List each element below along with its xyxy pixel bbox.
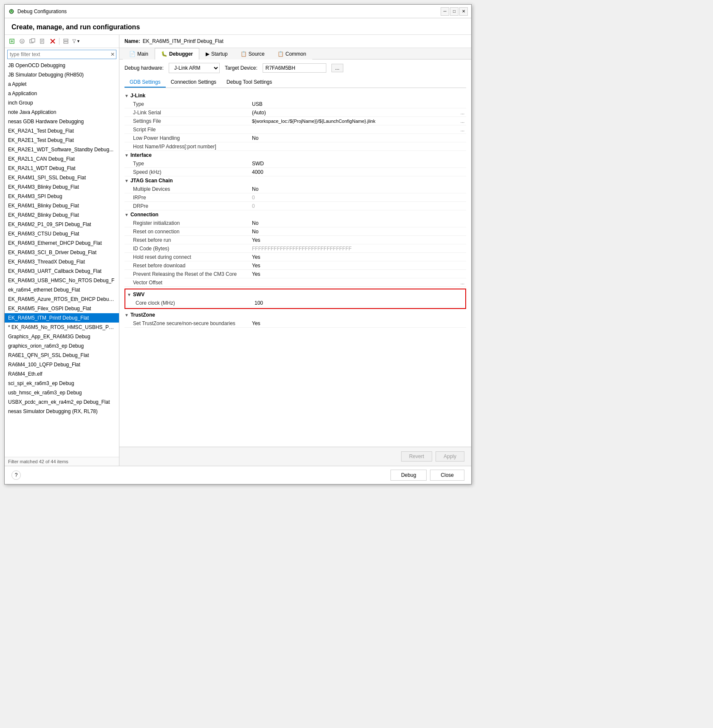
list-item[interactable]: EK_RA6M5_Azure_RTOS_Eth_DHCP Debug... bbox=[5, 295, 119, 304]
list-item[interactable]: EK_RA2L1_WDT Debug_Flat bbox=[5, 164, 119, 173]
tab-debugger[interactable]: 🐛 Debugger bbox=[155, 48, 199, 59]
list-item[interactable]: EK_RA4M3_SPI Debug bbox=[5, 192, 119, 201]
list-item[interactable]: EK_RA2E1_Test Debug_Flat bbox=[5, 136, 119, 145]
list-item[interactable]: JB Simulator Debugging (RH850) bbox=[5, 70, 119, 79]
conn-reset-before-run-value: Yes bbox=[252, 237, 466, 243]
list-item[interactable]: EK_RA6M3_UART_Callback Debug_Flat bbox=[5, 266, 119, 276]
list-item[interactable]: EK_RA4M3_Blinky Debug_Flat bbox=[5, 182, 119, 192]
main-content: ⚙ ▼ bbox=[5, 35, 471, 466]
jlink-serial-edit-button[interactable]: ... bbox=[459, 110, 466, 115]
list-item[interactable]: EK_RA6M2_Blinky Debug_Flat bbox=[5, 210, 119, 220]
list-item[interactable]: EK_RA6M2_P1_09_SPI Debug_Flat bbox=[5, 220, 119, 229]
list-item[interactable]: EK_RA6M3_Ethernet_DHCP Debug_Flat bbox=[5, 238, 119, 248]
conn-reg-init-name: Register initialization bbox=[133, 220, 252, 226]
maximize-button[interactable]: □ bbox=[450, 7, 458, 16]
list-item[interactable]: EK_RA6M3_SCI_B_Driver Debug_Flat bbox=[5, 248, 119, 257]
list-item[interactable]: EK_RA6M3_ThreadX Debug_Flat bbox=[5, 257, 119, 266]
list-item[interactable]: Graphics_App_EK_RA6M3G Debug bbox=[5, 332, 119, 341]
tab-source-label: Source bbox=[249, 51, 265, 57]
list-item[interactable]: a Application bbox=[5, 89, 119, 98]
sub-tab-connection[interactable]: Connection Settings bbox=[166, 77, 221, 88]
list-item[interactable]: USBX_pcdc_acm_ek_ra4m2_ep Debug_Flat bbox=[5, 397, 119, 407]
left-toolbar: ⚙ ▼ bbox=[5, 35, 119, 48]
jtag-section-header[interactable]: ▼ JTAG Scan Chain bbox=[124, 176, 466, 185]
list-item[interactable]: EK_RA6M3_CTSU Debug_Flat bbox=[5, 229, 119, 238]
list-item[interactable]: RA6M4_Eth.elf bbox=[5, 369, 119, 379]
delete-button[interactable] bbox=[48, 37, 57, 46]
close-button[interactable]: Close bbox=[430, 470, 464, 481]
title-bar-left: Debug Configurations bbox=[8, 8, 67, 15]
jtag-drpre-row: DRPre 0 bbox=[124, 202, 466, 210]
svg-rect-9 bbox=[31, 39, 35, 42]
debug-button[interactable]: Debug bbox=[390, 470, 427, 481]
conn-id-code-name: ID Code (Bytes) bbox=[133, 246, 252, 252]
jlink-toggle-icon: ▼ bbox=[124, 93, 129, 98]
jlink-script-file-edit-button[interactable]: ... bbox=[459, 127, 466, 132]
list-item[interactable]: EK_RA2L1_CAN Debug_Flat bbox=[5, 154, 119, 164]
tab-source[interactable]: 📋 Source bbox=[234, 48, 271, 59]
window-controls: ─ □ ✕ bbox=[441, 7, 468, 16]
new-config-button[interactable] bbox=[7, 37, 17, 46]
minimize-button[interactable]: ─ bbox=[441, 7, 449, 16]
help-button[interactable]: ? bbox=[11, 470, 21, 480]
list-item[interactable]: JB OpenOCD Debugging bbox=[5, 61, 119, 70]
list-item[interactable]: * EK_RA6M5_No_RTOS_HMSC_USBHS_PCD bbox=[5, 323, 119, 332]
conn-vector-offset-edit-button[interactable]: ... bbox=[459, 280, 466, 285]
list-item[interactable]: a Applet bbox=[5, 79, 119, 89]
conn-vector-offset-name: Vector Offset bbox=[133, 280, 252, 286]
list-item-selected[interactable]: EK_RA6M5_ITM_Printf Debug_Flat bbox=[5, 313, 119, 323]
interface-section-header[interactable]: ▼ Interface bbox=[124, 151, 466, 159]
list-item[interactable]: EK_RA6M5_Filex_OSPI Debug_Flat bbox=[5, 304, 119, 313]
sub-tab-debug-tool[interactable]: Debug Tool Settings bbox=[221, 77, 277, 88]
target-device-dots-button[interactable]: ... bbox=[331, 64, 343, 72]
filter-clear-button[interactable]: ✕ bbox=[110, 51, 115, 57]
list-item[interactable]: RA6E1_QFN_SPI_SSL Debug_Flat bbox=[5, 351, 119, 360]
target-device-input[interactable] bbox=[263, 63, 326, 73]
sub-tab-bar: GDB Settings Connection Settings Debug T… bbox=[124, 77, 466, 88]
trustzone-section-header[interactable]: ▼ TrustZone bbox=[124, 311, 466, 319]
list-item[interactable]: EK_RA6M1_Blinky Debug_Flat bbox=[5, 201, 119, 210]
new-protocol-button[interactable]: ⚙ bbox=[17, 37, 27, 46]
filter-dropdown-button[interactable]: ▼ bbox=[71, 37, 81, 46]
sub-tab-gdb[interactable]: GDB Settings bbox=[124, 77, 166, 88]
swv-section: ▼ SWV Core clock (MHz) 100 bbox=[124, 289, 466, 309]
list-item[interactable]: nesas GDB Hardware Debugging bbox=[5, 117, 119, 126]
collapse-all-button[interactable] bbox=[61, 37, 71, 46]
tab-common[interactable]: 📋 Common bbox=[271, 48, 313, 59]
list-item[interactable]: EK_RA4M1_SPI_SSL Debug_Flat bbox=[5, 173, 119, 182]
jlink-hostname-name: Host Name/IP Address[:port number] bbox=[133, 144, 252, 150]
left-panel: ⚙ ▼ bbox=[5, 35, 119, 466]
trustzone-toggle-icon: ▼ bbox=[124, 313, 129, 317]
jlink-low-power-value: No bbox=[252, 135, 466, 141]
copy-button[interactable] bbox=[38, 37, 47, 46]
jlink-settings-file-name: Settings File bbox=[133, 118, 252, 124]
tab-main[interactable]: 📄 Main bbox=[123, 48, 155, 59]
list-item[interactable]: EK_RA2E1_WDT_Software_Standby Debug... bbox=[5, 145, 119, 154]
list-item[interactable]: usb_hmsc_ek_ra6m3_ep Debug bbox=[5, 388, 119, 397]
list-item[interactable]: graphics_orion_ra6m3_ep Debug bbox=[5, 341, 119, 351]
revert-apply-bar: Revert Apply bbox=[119, 447, 471, 466]
debug-configurations-window: Debug Configurations ─ □ ✕ Create, manag… bbox=[4, 4, 472, 484]
list-item[interactable]: EK_RA6M3_USB_HMSC_No_RTOS Debug_F bbox=[5, 276, 119, 285]
filter-input[interactable] bbox=[7, 50, 116, 59]
list-item[interactable]: note Java Application bbox=[5, 108, 119, 117]
connection-section-header[interactable]: ▼ Connection bbox=[124, 210, 466, 219]
list-item[interactable]: EK_RA2A1_Test Debug_Flat bbox=[5, 126, 119, 136]
tab-startup[interactable]: ▶ Startup bbox=[199, 48, 234, 59]
jlink-section-header[interactable]: ▼ J-Link bbox=[124, 91, 466, 100]
trustzone-boundary-name: Set TrustZone secure/non-secure boundari… bbox=[133, 320, 252, 326]
jlink-settings-file-edit-button[interactable]: ... bbox=[459, 119, 466, 124]
bug-icon bbox=[8, 8, 15, 15]
toolbar-separator bbox=[59, 38, 59, 45]
duplicate-button[interactable] bbox=[28, 37, 37, 46]
list-item[interactable]: ek_ra6m4_ethernet Debug_Flat bbox=[5, 285, 119, 295]
swv-section-header[interactable]: ▼ SWV bbox=[125, 290, 465, 299]
list-item[interactable]: sci_spi_ek_ra6m3_ep Debug bbox=[5, 379, 119, 388]
apply-button[interactable]: Apply bbox=[436, 451, 464, 462]
list-item[interactable]: nesas Simulator Debugging (RX, RL78) bbox=[5, 407, 119, 416]
list-item[interactable]: RA6M4_100_LQFP Debug_Flat bbox=[5, 360, 119, 369]
close-window-button[interactable]: ✕ bbox=[459, 7, 468, 16]
debug-hardware-select[interactable]: J-Link ARM bbox=[169, 63, 220, 73]
revert-button[interactable]: Revert bbox=[401, 451, 432, 462]
list-item[interactable]: inch Group bbox=[5, 98, 119, 108]
